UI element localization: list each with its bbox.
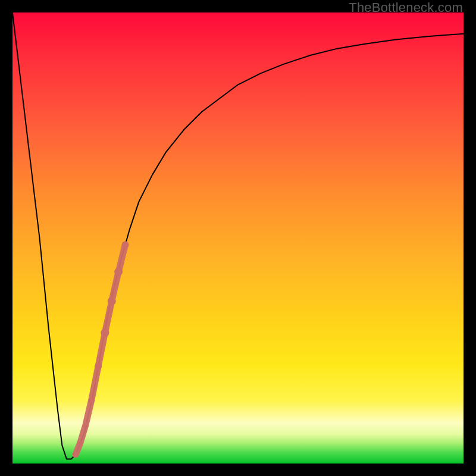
- highlight-band: [76, 245, 125, 454]
- highlight-dot: [108, 297, 116, 305]
- highlight-dot: [78, 441, 83, 446]
- highlight-dot: [73, 452, 78, 457]
- watermark-text: TheBottleneck.com: [349, 0, 463, 15]
- highlight-dot: [101, 328, 109, 337]
- highlight-dot: [114, 268, 123, 276]
- highlight-dot: [95, 363, 102, 370]
- plot-area: [12, 12, 464, 464]
- highlight-dot: [89, 397, 95, 403]
- highlight-dot: [122, 241, 129, 248]
- chart-frame: TheBottleneck.com: [0, 0, 476, 476]
- bottleneck-curve: [12, 12, 464, 459]
- curve-svg: [12, 12, 464, 464]
- highlight-dot: [83, 423, 88, 428]
